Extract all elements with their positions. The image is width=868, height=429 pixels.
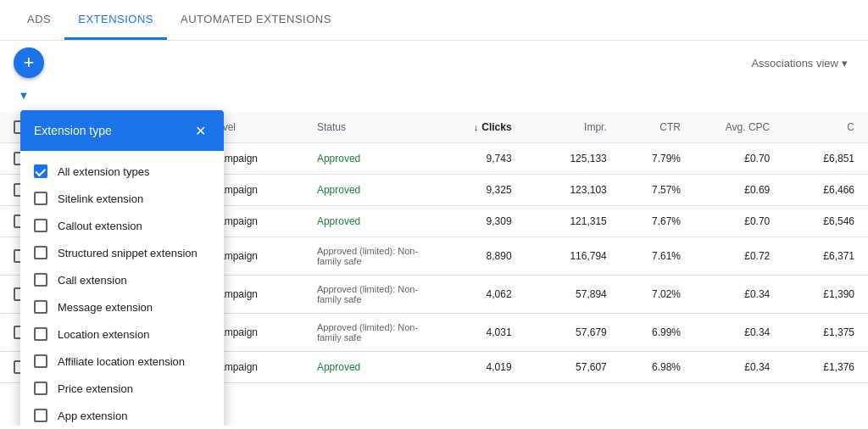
- checkbox-location[interactable]: [34, 327, 47, 341]
- checkbox-app[interactable]: [34, 409, 47, 422]
- col-header-cpc[interactable]: Avg. CPC: [694, 112, 783, 143]
- dropdown-item-sitelink[interactable]: Sitelink extension: [20, 185, 224, 212]
- dropdown-item-call[interactable]: Call extension: [20, 266, 224, 293]
- cell-conv-0: £6,851: [783, 143, 868, 175]
- close-dropdown-button[interactable]: ✕: [190, 120, 210, 141]
- cell-status-4: Approved (limited): Non-family safe: [303, 276, 441, 314]
- checkbox-snippet[interactable]: [34, 246, 47, 259]
- cell-ctr-3: 7.61%: [620, 237, 694, 276]
- checkbox-message[interactable]: [34, 300, 47, 314]
- cell-status-0: Approved: [303, 143, 441, 175]
- tab-ads[interactable]: ADS: [14, 1, 64, 40]
- top-nav: ADS EXTENSIONS AUTOMATED EXTENSIONS: [0, 0, 868, 41]
- col-header-status[interactable]: Status: [303, 112, 441, 143]
- cell-conv-3: £6,371: [783, 237, 868, 276]
- cell-conv-5: £1,375: [783, 314, 868, 352]
- cell-ctr-5: 6.99%: [620, 314, 694, 352]
- cell-cpc-5: £0.34: [694, 314, 783, 352]
- dropdown-item-callout[interactable]: Callout extension: [20, 212, 224, 239]
- checkbox-call[interactable]: [34, 273, 47, 287]
- checkbox-sitelink[interactable]: [34, 192, 47, 205]
- cell-ctr-2: 7.67%: [620, 206, 694, 237]
- cell-impr-3: 116,794: [526, 237, 620, 276]
- cell-cpc-1: £0.69: [694, 175, 783, 206]
- cell-status-2: Approved: [303, 206, 441, 237]
- dropdown-header: Extension type ✕: [20, 110, 224, 151]
- dropdown-item-all[interactable]: All extension types: [20, 158, 224, 185]
- col-header-conv[interactable]: C: [783, 112, 868, 143]
- filter-icon[interactable]: ▼: [14, 85, 34, 105]
- filter-bar: ▼ Extension type ✕ All extension typesSi…: [0, 85, 868, 112]
- cell-conv-2: £6,546: [783, 206, 868, 237]
- cell-status-5: Approved (limited): Non-family safe: [303, 314, 441, 352]
- cell-cpc-2: £0.70: [694, 206, 783, 237]
- dropdown-item-label-affiliate: Affiliate location extension: [58, 355, 185, 368]
- dropdown-item-label-all: All extension types: [58, 165, 149, 178]
- sort-arrow-icon: ↓: [474, 122, 479, 132]
- dropdown-item-label-location: Location extension: [58, 328, 149, 341]
- tab-automated-extensions[interactable]: AUTOMATED EXTENSIONS: [167, 1, 345, 40]
- cell-clicks-2: 9,309: [441, 206, 526, 237]
- checkbox-all[interactable]: [34, 164, 47, 178]
- associations-view-button[interactable]: Associations view ▾: [744, 53, 854, 73]
- add-button[interactable]: +: [14, 47, 44, 78]
- cell-cpc-4: £0.34: [694, 276, 783, 314]
- cell-cpc-3: £0.72: [694, 237, 783, 276]
- dropdown-item-label-callout: Callout extension: [58, 220, 142, 232]
- toolbar: + Associations view ▾: [0, 41, 868, 85]
- cell-impr-0: 125,133: [526, 143, 620, 175]
- dropdown-item-price[interactable]: Price extension: [20, 375, 224, 402]
- dropdown-item-label-app: App extension: [58, 410, 127, 422]
- toolbar-left: +: [14, 47, 44, 78]
- dropdown-item-label-sitelink: Sitelink extension: [58, 192, 143, 205]
- cell-impr-5: 57,679: [526, 314, 620, 352]
- dropdown-item-affiliate[interactable]: Affiliate location extension: [20, 348, 224, 375]
- dropdown-item-label-price: Price extension: [58, 382, 133, 395]
- tab-extensions[interactable]: EXTENSIONS: [64, 1, 167, 40]
- cell-ctr-6: 6.98%: [620, 352, 694, 383]
- cell-clicks-1: 9,325: [441, 175, 526, 206]
- dropdown-item-label-snippet: Structured snippet extension: [58, 247, 198, 259]
- checkbox-price[interactable]: [34, 382, 47, 395]
- cell-status-6: Approved: [303, 352, 441, 383]
- cell-impr-1: 123,103: [526, 175, 620, 206]
- dropdown-item-snippet[interactable]: Structured snippet extension: [20, 239, 224, 266]
- dropdown-items-list: All extension typesSitelink extensionCal…: [20, 151, 224, 426]
- cell-impr-4: 57,894: [526, 276, 620, 314]
- dropdown-item-label-message: Message extension: [58, 301, 153, 314]
- cell-status-3: Approved (limited): Non-family safe: [303, 237, 441, 276]
- cell-ctr-0: 7.79%: [620, 143, 694, 175]
- cell-clicks-5: 4,031: [441, 314, 526, 352]
- associations-view-label: Associations view: [751, 57, 838, 70]
- cell-status-1: Approved: [303, 175, 441, 206]
- cell-clicks-6: 4,019: [441, 352, 526, 383]
- col-header-ctr[interactable]: CTR: [620, 112, 694, 143]
- dropdown-arrow-icon: ▾: [842, 57, 848, 70]
- cell-clicks-4: 4,062: [441, 276, 526, 314]
- checkbox-callout[interactable]: [34, 219, 47, 232]
- cell-ctr-4: 7.02%: [620, 276, 694, 314]
- dropdown-item-app[interactable]: App extension: [20, 402, 224, 426]
- cell-conv-4: £1,390: [783, 276, 868, 314]
- cell-cpc-0: £0.70: [694, 143, 783, 175]
- cell-clicks-3: 8,890: [441, 237, 526, 276]
- dropdown-item-label-call: Call extension: [58, 274, 127, 287]
- cell-conv-1: £6,466: [783, 175, 868, 206]
- dropdown-item-location[interactable]: Location extension: [20, 320, 224, 348]
- cell-impr-2: 121,315: [526, 206, 620, 237]
- cell-ctr-1: 7.57%: [620, 175, 694, 206]
- col-header-clicks[interactable]: ↓Clicks: [441, 112, 526, 143]
- dropdown-item-message[interactable]: Message extension: [20, 293, 224, 320]
- cell-cpc-6: £0.34: [694, 352, 783, 383]
- checkbox-affiliate[interactable]: [34, 354, 47, 368]
- dropdown-title: Extension type: [34, 124, 112, 137]
- cell-clicks-0: 9,743: [441, 143, 526, 175]
- cell-conv-6: £1,376: [783, 352, 868, 383]
- col-header-impr[interactable]: Impr.: [526, 112, 620, 143]
- cell-impr-6: 57,607: [526, 352, 620, 383]
- extension-type-dropdown: Extension type ✕ All extension typesSite…: [20, 110, 224, 426]
